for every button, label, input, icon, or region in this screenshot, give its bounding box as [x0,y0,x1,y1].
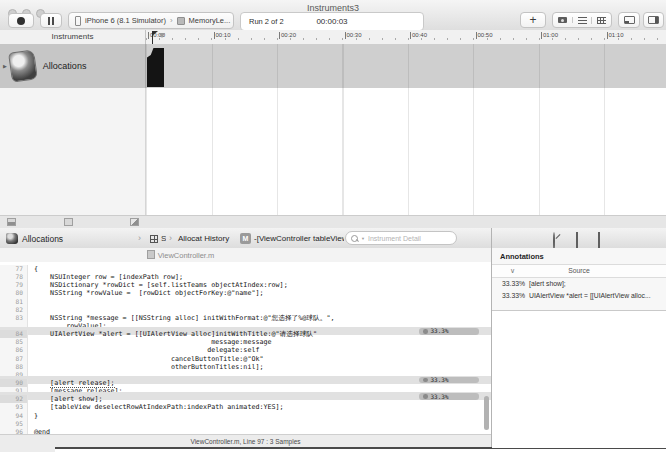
sample-percent-badge: 33.3% [419,393,479,400]
code-line[interactable]: 91 [message release]; [0,384,491,392]
code-line[interactable]: 93 [tableView deselectRowAtIndexPath:ind… [0,400,491,408]
annotations-title: Annotations [500,252,544,261]
code-line[interactable]: 94} [0,409,491,417]
annotations-table-header[interactable]: ∨ Source [492,264,666,278]
editor-scrollbar[interactable] [484,396,489,430]
instruments-window: Instruments3 iPhone 6 (8.1 Simulator) › … [0,0,666,452]
timeline-ruler[interactable]: 00:0000:1000:2000:3000:4000:5001:0001:10 [145,30,666,44]
info-circle-icon [423,394,428,399]
ruler-tick: 00:30 [345,32,362,39]
target-app-name[interactable]: MemoryLe... [189,16,231,25]
annotation-row[interactable]: 33.33%[alert show]; [492,278,666,290]
code-line[interactable]: 81 [0,295,491,303]
snapshot-view-button[interactable] [553,17,573,23]
annotation-source: [alert show]; [529,280,566,287]
annotation-percent: 33.33% [502,292,525,299]
method-badge-icon: M [240,233,251,244]
strip-panes-icon[interactable] [130,218,139,226]
jumpbar-history-crumb[interactable]: Allocat History [178,234,229,243]
annotation-row[interactable]: 33.33%UIAlertView *alert = [[UIAlertView… [492,290,666,302]
annotations-empty-area [492,311,666,448]
code-line[interactable]: 96@end [0,425,491,433]
code-line[interactable]: 92 [alert show];33.3% [0,392,491,400]
code-line[interactable]: 83 NSString *message = [[NSString alloc]… [0,311,491,319]
pause-icon [48,17,54,25]
playhead-marker-icon[interactable] [159,33,165,38]
record-icon [17,17,25,25]
list-view-button[interactable] [573,17,593,24]
code-line[interactable]: 78 NSUInteger row = [indexPath row]; [0,270,491,278]
jumpbar-statistics-icon[interactable] [150,235,158,243]
jumpbar-chevron-icon: › [138,233,141,243]
sample-percent-badge: 33.3% [419,328,479,335]
file-tab[interactable]: ViewController.m [0,250,361,260]
info-circle-icon [423,329,428,334]
source-column-header[interactable]: Source [492,267,666,274]
annotations-rows: 33.33%[alert show];33.33%UIAlertView *al… [492,278,666,302]
code-line[interactable]: 88 otherButtonTitles:nil]; [0,360,491,368]
add-instrument-button[interactable]: + [520,12,546,28]
code-line[interactable]: 80 NSString *rowValue = [rowDict objectF… [0,286,491,294]
code-line[interactable]: rowValue]; [0,319,491,327]
code-line[interactable]: 87 cancelButtonTitle:@"Ok" [0,352,491,360]
search-dropdown-icon[interactable]: ▼ [361,236,365,241]
code-line[interactable]: 77{ [0,262,491,270]
view-mode-segmented-control[interactable] [552,12,612,28]
device-name[interactable]: iPhone 6 (8.1 Simulator) [85,16,166,25]
instrument-detail-search[interactable]: ▼ Instrument Detail [345,231,457,245]
list-icon [578,17,587,24]
iphone-icon [75,16,81,26]
sample-percent-badge: 33.3% [419,377,479,384]
jumpbar-view-label[interactable]: S [161,234,166,243]
search-icon [351,235,358,242]
grid-view-button[interactable] [592,17,611,24]
source-code-view[interactable]: 77{78 NSUInteger row = [indexPath row];7… [0,262,491,434]
toggle-bottom-pane-button[interactable] [618,12,640,28]
editor-header: ViewController.m ⚙▼ [0,248,491,263]
info-circle-icon [423,378,428,383]
bottom-corner [0,447,55,452]
search-placeholder: Instrument Detail [368,235,421,242]
bottom-pane-icon [624,16,635,24]
plus-icon: + [529,15,536,25]
allocations-track-header[interactable]: ▶ Allocations [0,44,146,88]
objc-file-icon [147,250,155,259]
pause-button[interactable] [40,13,62,28]
grid-icon [597,17,606,24]
toolbar: Instruments3 iPhone 6 (8.1 Simulator) › … [0,0,666,31]
ruler-tick: 00:50 [476,32,493,39]
code-line[interactable]: 82 [0,303,491,311]
jumpbar-chevron-icon: › [169,233,172,243]
toggle-right-pane-button[interactable] [643,12,664,28]
editor-status-bar: ViewController.m, Line 97 : 3 Samples [0,434,491,448]
jumpbar-method-name[interactable]: -[ViewController tableView:did [254,234,344,243]
allocations-track-lane[interactable] [146,44,666,88]
target-selector[interactable]: iPhone 6 (8.1 Simulator) › MemoryLe... [68,12,234,29]
code-line[interactable]: 89 [0,368,491,376]
detail-instrument-name[interactable]: Allocations [22,234,63,244]
track-name: Allocations [43,61,87,71]
chevron-right-icon: › [170,16,173,25]
code-line[interactable]: 86 delegate:self [0,343,491,351]
record-button[interactable] [8,13,34,28]
allocations-instrument-icon [8,49,38,82]
ruler-tick: 00:10 [214,32,231,39]
code-line[interactable]: 85 message:message [0,335,491,343]
app-icon [177,17,185,25]
playhead-flag-icon[interactable] [152,31,158,36]
strip-chart-icon[interactable] [7,218,16,226]
instruments-column-label: Instruments [0,32,145,41]
right-pane-icon [648,16,659,24]
elapsed-time: 00:00:03 [241,17,423,26]
detail-allocations-icon [6,233,18,244]
code-line[interactable]: 95 [0,417,491,425]
ruler-tick: 01:00 [541,32,558,39]
track-strip-bar [0,215,666,229]
strip-note-icon[interactable] [64,218,73,226]
code-line[interactable]: 84 UIAlertView *alert = [[UIAlertView al… [0,327,491,335]
code-line[interactable]: 90 [alert release];33.3% [0,376,491,384]
annotation-percent: 33.33% [502,280,525,287]
code-line[interactable]: 79 NSDictionary *rowDict = [self.listTea… [0,278,491,286]
disclosure-triangle-icon[interactable]: ▶ [3,63,7,69]
ruler-tick: 00:40 [410,32,427,39]
